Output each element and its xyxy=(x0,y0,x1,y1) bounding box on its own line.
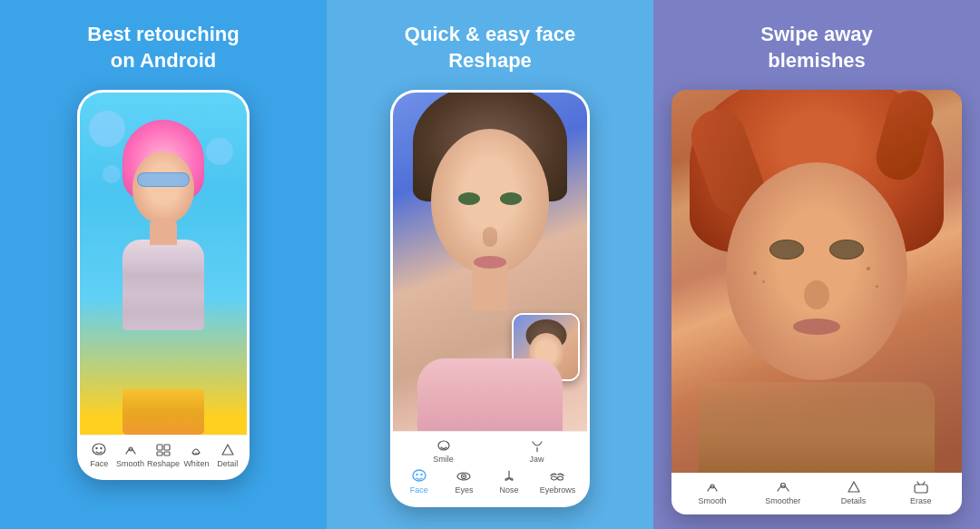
toolbar-item-whiten[interactable]: Whiten xyxy=(181,443,211,468)
toolbar-item-face[interactable]: Face xyxy=(84,443,113,468)
toolbar-item-face-2[interactable]: Face xyxy=(405,469,434,495)
detail-icon xyxy=(220,443,236,457)
svg-point-2 xyxy=(100,447,102,449)
panel-3-toolbar: Smooth Smoother Details xyxy=(671,473,962,514)
svg-marker-11 xyxy=(222,445,233,455)
details-icon xyxy=(846,480,862,495)
toolbar-label-eyes: Eyes xyxy=(455,485,473,495)
smile-icon xyxy=(436,440,452,453)
toolbar-label-face: Face xyxy=(90,459,108,468)
toolbar-item-smooth[interactable]: Smooth xyxy=(116,443,145,468)
toolbar-label-whiten: Whiten xyxy=(183,459,209,468)
svg-point-15 xyxy=(416,474,417,475)
panel-blemishes: Swipe awayblemishes xyxy=(653,0,980,529)
svg-point-20 xyxy=(552,476,557,480)
panel-retouching: Best retouchingon Android xyxy=(0,0,327,529)
face-image-3 xyxy=(671,90,962,473)
reshape-icon xyxy=(155,443,172,457)
svg-line-10 xyxy=(198,453,199,455)
smooth-icon xyxy=(122,443,139,457)
panel-2-title: Quick & easy faceReshape xyxy=(405,22,575,73)
panel-3-image: Smooth Smoother Details xyxy=(671,90,962,514)
panel-reshape: Quick & easy faceReshape xyxy=(327,0,653,529)
whiten-icon xyxy=(188,443,204,457)
svg-marker-24 xyxy=(848,482,859,492)
toolbar-label-eyebrows: Eyebrows xyxy=(540,485,576,495)
toolbar-label-smooth: Smooth xyxy=(116,459,144,468)
toolbar-row-2: Face Eyes xyxy=(397,466,583,497)
toolbar-label-smooth-3: Smooth xyxy=(699,496,727,505)
smoother-icon xyxy=(775,480,791,495)
toolbar-row-1: Smile Jaw xyxy=(397,437,583,466)
toolbar-item-smoother[interactable]: Smoother xyxy=(765,480,800,505)
svg-rect-7 xyxy=(164,452,170,456)
phone-screen-1 xyxy=(80,93,247,435)
svg-point-1 xyxy=(95,447,97,449)
svg-rect-4 xyxy=(157,445,162,450)
phone-mockup-1: Face Smooth xyxy=(77,90,250,480)
toolbar-item-smile[interactable]: Smile xyxy=(429,440,458,464)
toolbar-label-smile: Smile xyxy=(433,455,454,464)
toolbar-label-smoother: Smoother xyxy=(765,496,800,505)
eyes-icon xyxy=(456,469,472,484)
toolbar-item-eyes[interactable]: Eyes xyxy=(449,469,478,495)
toolbar-item-jaw[interactable]: Jaw xyxy=(523,440,552,464)
svg-rect-5 xyxy=(164,445,170,450)
eyebrows-icon xyxy=(549,469,565,484)
panel-1-title: Best retouchingon Android xyxy=(87,22,239,73)
svg-rect-25 xyxy=(915,485,927,493)
toolbar-item-eyebrows[interactable]: Eyebrows xyxy=(540,469,576,495)
toolbar-item-details[interactable]: Details xyxy=(839,480,868,505)
nose-icon xyxy=(501,469,517,484)
svg-point-21 xyxy=(558,476,564,480)
toolbar-label-nose: Nose xyxy=(500,485,519,495)
phone-toolbar-2: Smile Jaw xyxy=(393,431,587,505)
svg-point-19 xyxy=(463,475,465,477)
smooth-icon-3 xyxy=(704,480,720,495)
phone-toolbar-1: Face Smooth xyxy=(80,435,247,477)
toolbar-label-jaw: Jaw xyxy=(529,455,544,464)
toolbar-label-details: Details xyxy=(841,496,867,505)
toolbar-item-erase[interactable]: Erase xyxy=(906,480,936,505)
phone-mockup-2: Smile Jaw xyxy=(390,90,590,507)
toolbar-item-smooth-3[interactable]: Smooth xyxy=(698,480,727,505)
toolbar-item-detail[interactable]: Detail xyxy=(213,443,242,468)
phone-screen-2 xyxy=(393,93,587,431)
toolbar-label-face-2: Face xyxy=(410,485,428,495)
svg-point-16 xyxy=(420,474,422,475)
jaw-icon xyxy=(529,440,545,453)
toolbar-label-detail: Detail xyxy=(217,459,238,468)
svg-line-8 xyxy=(194,453,195,455)
toolbar-item-nose[interactable]: Nose xyxy=(495,469,524,495)
svg-rect-6 xyxy=(157,452,162,456)
panel-3-title: Swipe awayblemishes xyxy=(760,22,873,73)
toolbar-label-reshape: Reshape xyxy=(147,459,180,468)
toolbar-label-erase: Erase xyxy=(910,496,932,505)
erase-icon xyxy=(913,480,929,495)
face-icon-2 xyxy=(411,469,427,484)
face-icon xyxy=(91,443,107,457)
toolbar-item-reshape[interactable]: Reshape xyxy=(147,443,180,468)
